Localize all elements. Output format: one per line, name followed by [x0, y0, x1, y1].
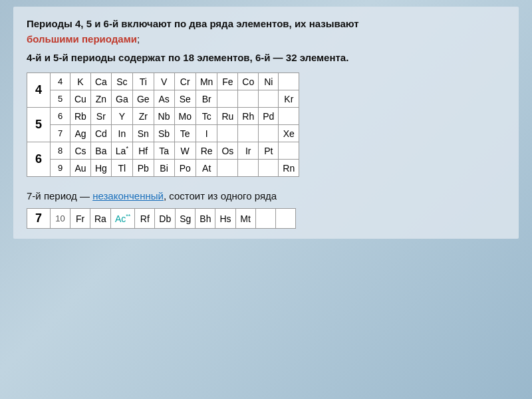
row-num-5: 5 — [51, 90, 70, 108]
element-Bi: Bi — [154, 160, 174, 177]
element-Tl: Tl — [111, 160, 132, 177]
row-num-6: 6 — [51, 108, 70, 125]
element-Ca: Ca — [90, 73, 111, 90]
element-In: In — [111, 125, 132, 142]
element-Mn: Mn — [196, 73, 217, 90]
element-Tc: Tc — [196, 108, 217, 125]
table-row: 7 Ag Cd In Sn Sb Te I Xe — [27, 125, 299, 142]
table-row: 9 Au Hg Tl Pb Bi Po At Rn — [27, 160, 299, 177]
element-La: La* — [111, 142, 132, 160]
empty-cell — [217, 160, 238, 177]
element-As: As — [154, 90, 174, 108]
element-Os: Os — [217, 142, 238, 160]
element-I: I — [196, 125, 217, 142]
row-num-10: 10 — [51, 209, 70, 229]
element-V: V — [154, 73, 174, 90]
element-Te: Te — [174, 125, 196, 142]
element-Ra: Ra — [90, 209, 111, 229]
element-Cr: Cr — [174, 73, 196, 90]
table-row: 5 6 Rb Sr Y Zr Nb Mo Tc Ru Rh Pd — [27, 108, 299, 125]
element-Rf: Rf — [135, 209, 155, 229]
element-Rb: Rb — [70, 108, 91, 125]
element-Zr: Zr — [132, 108, 154, 125]
empty-cell — [279, 108, 299, 125]
element-Hs: Hs — [215, 209, 235, 229]
element-Ba: Ba — [90, 142, 111, 160]
element-Au: Au — [70, 160, 91, 177]
empty-cell — [279, 73, 299, 90]
empty-cell — [279, 142, 299, 160]
element-Ta: Ta — [154, 142, 174, 160]
element-Cs: Cs — [70, 142, 91, 160]
element-Rn: Rn — [279, 160, 299, 177]
empty-cell — [238, 160, 259, 177]
period-4-label: 4 — [27, 73, 51, 108]
table-row: 7 10 Fr Ra Ac** Rf Db Sg Bh Hs Mt — [27, 209, 296, 229]
element-Ir: Ir — [238, 142, 259, 160]
empty-cell — [238, 90, 259, 108]
intro-highlight: большими периодами — [27, 33, 137, 45]
table-row: 4 4 K Ca Sc Ti V Cr Mn Fe Co Ni — [27, 73, 299, 90]
element-Y: Y — [111, 108, 132, 125]
element-Bh: Bh — [196, 209, 215, 229]
element-W: W — [174, 142, 196, 160]
intro-line2: 4-й и 5-й периоды содержат по 18 элемент… — [27, 52, 505, 63]
element-Rh: Rh — [238, 108, 259, 125]
element-Hf: Hf — [132, 142, 154, 160]
period7-highlight: незаконченный — [92, 190, 164, 201]
element-Sr: Sr — [90, 108, 111, 125]
empty-cell — [255, 209, 275, 229]
element-Fe: Fe — [217, 73, 238, 90]
element-Ag: Ag — [70, 125, 91, 142]
main-periodic-table: 4 4 K Ca Sc Ti V Cr Mn Fe Co Ni 5 Cu Zn … — [27, 72, 299, 177]
period7-text-part1: 7-й период — — [27, 190, 92, 201]
table-row: 6 8 Cs Ba La* Hf Ta W Re Os Ir Pt — [27, 142, 299, 160]
element-Mo: Mo — [174, 108, 196, 125]
empty-cell — [259, 125, 279, 142]
element-K: K — [70, 73, 91, 90]
table-row: 5 Cu Zn Ga Ge As Se Br Kr — [27, 90, 299, 108]
period-7-label: 7 — [27, 209, 51, 229]
period7-text-part2: , состоит из одного ряда — [164, 190, 277, 201]
element-At: At — [196, 160, 217, 177]
period-6-label: 6 — [27, 142, 51, 177]
element-Re: Re — [196, 142, 217, 160]
element-Mt: Mt — [235, 209, 255, 229]
element-Pt: Pt — [259, 142, 279, 160]
row-num-8: 8 — [51, 142, 70, 160]
element-Pd: Pd — [259, 108, 279, 125]
element-Ac: Ac** — [110, 209, 134, 229]
element-Hg: Hg — [90, 160, 111, 177]
intro-text-part1: Периоды 4, 5 и 6-й включают по два ряда … — [27, 18, 359, 29]
element-Pb: Pb — [132, 160, 154, 177]
element-Cu: Cu — [70, 90, 91, 108]
row-num-9: 9 — [51, 160, 70, 177]
period7-description: 7-й период — незаконченный, состоит из о… — [27, 190, 505, 201]
element-Po: Po — [174, 160, 196, 177]
empty-cell — [259, 90, 279, 108]
period-5-label: 5 — [27, 108, 51, 142]
row-num-4: 4 — [51, 73, 70, 90]
empty-cell — [259, 160, 279, 177]
element-Br: Br — [196, 90, 217, 108]
intro-semicolon: ; — [137, 33, 140, 45]
row-num-7: 7 — [51, 125, 70, 142]
period7-table: 7 10 Fr Ra Ac** Rf Db Sg Bh Hs Mt — [27, 208, 296, 229]
intro-line1: Периоды 4, 5 и 6-й включают по два ряда … — [27, 17, 505, 47]
element-Xe: Xe — [279, 125, 299, 142]
element-Ni: Ni — [259, 73, 279, 90]
empty-cell — [275, 209, 295, 229]
empty-cell — [217, 125, 238, 142]
element-Sn: Sn — [132, 125, 154, 142]
empty-cell — [217, 90, 238, 108]
element-Fr: Fr — [70, 209, 90, 229]
element-Nb: Nb — [154, 108, 174, 125]
element-Sb: Sb — [154, 125, 174, 142]
element-Ti: Ti — [132, 73, 154, 90]
element-Ru: Ru — [217, 108, 238, 125]
element-Kr: Kr — [279, 90, 299, 108]
period7-section: 7-й период — незаконченный, состоит из о… — [27, 190, 505, 229]
element-Sc: Sc — [111, 73, 132, 90]
element-Db: Db — [155, 209, 176, 229]
element-Cd: Cd — [90, 125, 111, 142]
